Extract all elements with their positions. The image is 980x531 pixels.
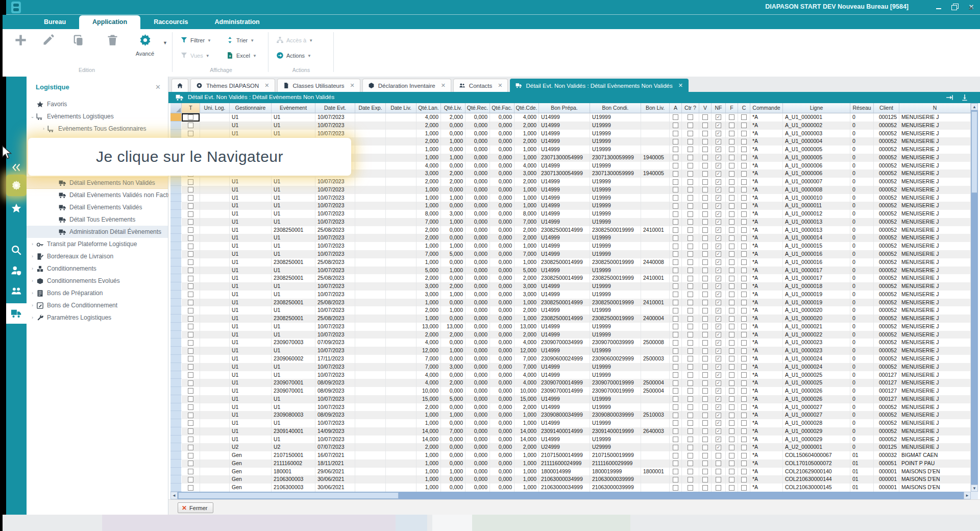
cell-qLiv[interactable]: 1,000 [441,154,465,162]
checkbox-c[interactable] [741,461,747,466]
table-row[interactable]: U1U110/07/20233,0001,0000,0000,0003,000U… [170,291,971,299]
checkbox-t[interactable] [188,340,193,346]
cell-bonPrepa[interactable]: U14999 [539,282,590,291]
menu-tab-administration[interactable]: Administration [202,15,273,29]
table-row[interactable]: Gen210630000330/06/20211,0000,0000,0000,… [170,484,971,492]
cell-dateEvt[interactable]: 10/07/2023 [315,194,355,202]
column-header-dateLiv[interactable]: Date Liv. [386,103,416,113]
cell-qFac[interactable]: 0,000 [490,419,514,427]
menu-tab-raccourcis[interactable]: Raccourcis [140,15,201,29]
cell-dateExp[interactable] [355,146,386,154]
cell-reseau[interactable]: 0 [850,202,874,210]
cell-evt[interactable]: U1 [272,202,315,210]
cell-evt[interactable]: U1 [272,250,315,258]
cell-gest[interactable]: U1 [230,250,272,258]
checkbox-ctr[interactable] [688,308,693,313]
checkbox-v[interactable] [702,364,708,370]
cell-client[interactable]: 000052 [874,162,899,170]
search-icon[interactable] [6,241,27,259]
duplicate-button[interactable] [69,33,86,49]
cell-bonLiv[interactable] [641,113,670,122]
cell-cmd[interactable]: *A [750,468,783,476]
cell-qLiv[interactable]: 5,000 [441,250,465,258]
cell-dateEvt[interactable]: 08/09/2023 [315,387,355,395]
cell-qLan[interactable]: 12,000 [416,347,441,355]
checkbox-a[interactable] [673,235,678,241]
checkbox-a[interactable] [673,461,678,466]
cell-dateLiv[interactable] [386,146,416,154]
column-header-reseau[interactable]: Réseau [850,103,874,113]
cell-gest[interactable]: U1 [230,122,272,130]
checkbox-c[interactable] [741,340,747,346]
cell-dateExp[interactable] [355,363,386,371]
cell-qRec[interactable]: 0,000 [465,339,490,347]
cell-ligne[interactable]: A_U1_0000029 [783,436,850,444]
cell-dateLiv[interactable] [386,468,416,476]
cell-nom[interactable]: MENUISERIE J [899,306,971,315]
cell-qLan[interactable]: 1,000 [416,315,441,323]
cell-cmd[interactable]: *A [750,443,783,451]
checkbox-t[interactable] [188,292,193,297]
cell-bonPrepa[interactable]: 21063000034999 [539,475,590,484]
cell-qLan[interactable]: 1,000 [416,451,441,460]
expander-chevron-icon[interactable]: › [29,291,36,296]
checkbox-f[interactable] [729,283,734,289]
row-selector[interactable] [170,339,182,347]
cell-qCde[interactable]: 2,000 [514,274,539,282]
edit-button[interactable] [39,33,57,49]
cell-ligne[interactable]: COL150604000067 [783,451,850,460]
cell-qFac[interactable]: 0,000 [490,315,514,323]
cell-bonCondi[interactable]: 21111600029999 [590,460,641,468]
cell-nom[interactable]: MENUISERIE J [899,436,971,444]
checkbox-ctr[interactable] [688,445,693,450]
cell-qLiv[interactable]: 3,000 [441,363,465,371]
checkbox-a[interactable] [673,413,678,418]
cell-bonCondi[interactable]: 23082500019999 [590,315,641,323]
cell-bonLiv[interactable] [641,291,670,299]
cell-uni[interactable] [200,218,230,226]
table-row[interactable]: U1230907000108/09/202310,0000,0000,0000,… [170,387,971,395]
cell-evt[interactable]: U2 [272,443,315,451]
cell-nom[interactable]: MENUISERIE J [899,250,971,258]
cell-bonPrepa[interactable]: 23090600024999 [539,355,590,363]
checkbox-nf[interactable] [716,453,721,458]
row-selector[interactable] [170,371,182,379]
cell-qLiv[interactable]: 1,000 [441,267,465,275]
scroll-left-icon[interactable]: ◄ [170,492,178,499]
checkbox-a[interactable] [673,179,678,185]
checkbox-f[interactable] [729,139,734,144]
cell-dateEvt[interactable]: 16/07/2021 [315,451,355,460]
checkbox-v[interactable] [702,227,708,233]
checkbox-ctr[interactable] [688,477,693,482]
cell-qFac[interactable]: 0,000 [490,323,514,331]
checkbox-c[interactable] [741,388,747,394]
cell-nom[interactable]: MENUISERIE J [899,411,971,419]
checkbox-a[interactable] [673,348,678,354]
cell-dateEvt[interactable]: 10/07/2023 [315,130,355,138]
cell-gest[interactable]: Gen [230,451,272,460]
cell-dateLiv[interactable] [386,339,416,347]
checkbox-c[interactable] [741,147,747,152]
cell-qRec[interactable]: 0,000 [465,436,490,444]
cell-qLan[interactable]: 7,000 [416,250,441,258]
checkbox-c[interactable] [741,364,747,370]
cell-bonCondi[interactable]: 23090700019999 [590,387,641,395]
cell-reseau[interactable]: 0 [850,170,874,178]
checkbox-v[interactable] [702,203,708,209]
sidebar-item[interactable]: ›Paramètres Logistiques [27,311,168,324]
cell-ligne[interactable]: A_U1_0000012 [783,210,850,218]
cell-dateLiv[interactable] [386,210,416,218]
cell-uni[interactable] [200,468,230,476]
cell-gest[interactable]: U1 [230,371,272,379]
cell-qLan[interactable]: 1,000 [416,186,441,194]
column-header-cmd[interactable]: Commande [750,103,783,113]
checkbox-f[interactable] [729,244,734,249]
cell-qFac[interactable]: 0,000 [490,226,514,234]
cell-dateExp[interactable] [355,137,386,146]
cell-ligne[interactable]: A_U1_0000013 [783,226,850,234]
sidebar-item[interactable]: ⌄Evènements Logistiques [27,110,168,123]
cell-qCde[interactable]: 8,000 [514,210,539,218]
cell-qCde[interactable]: 2,000 [514,403,539,412]
cell-nom[interactable]: MAISONS D'EN [899,475,971,484]
cell-qLan[interactable]: 1,000 [416,146,441,154]
